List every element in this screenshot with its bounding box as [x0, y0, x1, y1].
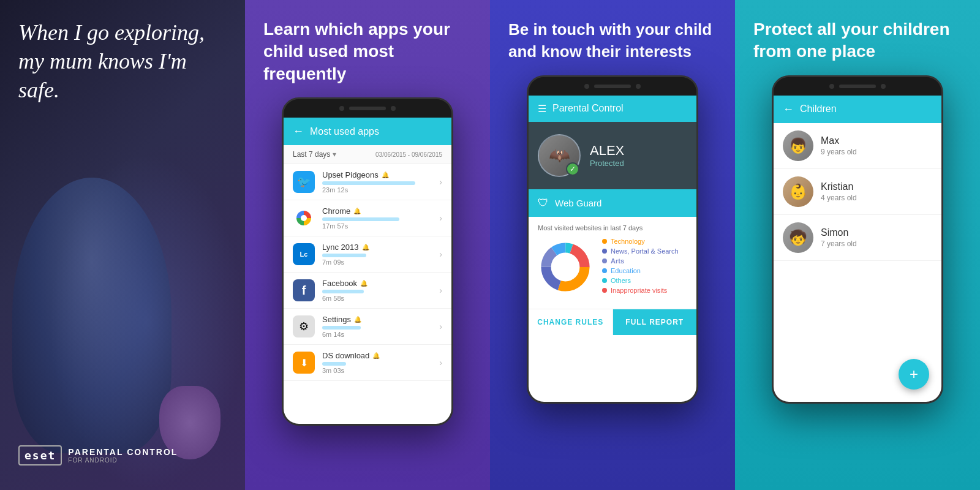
app-bar-4	[322, 290, 364, 293]
phone-top-bar-2	[284, 99, 451, 118]
phone-speaker-2	[349, 107, 386, 110]
legend-dot-0	[602, 239, 607, 244]
legend-item-5: Inappropriate visits	[602, 287, 687, 294]
app-time-6: 3m 03s	[322, 367, 432, 374]
phone-4-wrapper: ← Children 👦 Max 9 years old �	[772, 75, 943, 490]
app-info-2: Chrome 🔔 17m 57s	[322, 206, 432, 230]
pc-actions: CHANGE RULES FULL REPORT	[529, 309, 696, 335]
pc-header-title: Parental Control	[552, 103, 624, 114]
filter-label[interactable]: Last 7 days ▾	[293, 150, 336, 159]
panel-1: When I go exploring, my mum knows I'm sa…	[0, 0, 245, 490]
pc-stats-label: Most visited websites in last 7 days	[538, 224, 687, 232]
shield-icon: 🛡	[538, 197, 549, 209]
app-bar-container-2	[322, 217, 432, 221]
phone-camera-4	[829, 84, 834, 89]
chevron-icon-5: ›	[439, 322, 442, 331]
panel-4: Protect all your children from one place…	[735, 0, 980, 490]
notification-icon-4: 🔔	[360, 280, 368, 287]
legend-dot-4	[602, 278, 607, 283]
chrome-inner	[301, 215, 307, 221]
notification-icon-2: 🔔	[353, 208, 361, 214]
list-item[interactable]: ⚙ Settings 🔔 6m 14s ›	[284, 309, 451, 345]
child-info-kristian: Kristian 4 years old	[821, 181, 932, 202]
full-report-button[interactable]: FULL REPORT	[613, 309, 697, 335]
legend-label-3: Education	[611, 267, 641, 274]
eset-brand-sub: FOR ANDROID	[68, 457, 178, 464]
list-item[interactable]: Chrome 🔔 17m 57s ›	[284, 200, 451, 236]
panel3-headline: Be in touch with your child and know the…	[490, 0, 735, 75]
phone-camera-2b	[391, 106, 396, 111]
pc-profile-info: ALEX Protected	[590, 143, 624, 168]
app-name-3: Lync 2013 🔔	[322, 243, 432, 252]
app-header-2: ← Most used apps	[284, 118, 451, 145]
child-name-kristian: Kristian	[821, 181, 932, 192]
app-bar-container-3	[322, 254, 432, 257]
phone-2-wrapper: ← Most used apps Last 7 days ▾ 03/06/201…	[282, 97, 453, 490]
phone-speaker-4	[839, 85, 876, 88]
notification-icon-6: 🔔	[372, 352, 380, 359]
pc-profile-name: ALEX	[590, 143, 624, 159]
phone-screen-4: ← Children 👦 Max 9 years old �	[774, 96, 941, 402]
eset-logo: eset PARENTAL CONTROL FOR ANDROID	[18, 445, 227, 466]
pc-header: ☰ Parental Control	[529, 96, 696, 122]
eset-badge: eset	[18, 445, 62, 466]
panel-2: Learn which apps your child used most fr…	[245, 0, 490, 490]
child-info-max: Max 9 years old	[821, 135, 932, 156]
phone-camera-4b	[881, 84, 886, 89]
back-arrow-4[interactable]: ←	[783, 103, 794, 116]
most-used-apps-title: Most used apps	[310, 126, 379, 137]
chevron-icon-2: ›	[439, 213, 442, 223]
add-child-fab[interactable]: +	[899, 359, 929, 390]
legend-item-1: News, Portal & Search	[602, 247, 687, 255]
chevron-icon-3: ›	[439, 249, 442, 259]
app-time-3: 7m 09s	[322, 258, 432, 266]
pc-profile-status: Protected	[590, 159, 624, 168]
chart-legend: Technology News, Portal & Search Arts	[602, 238, 687, 296]
app-bar-container-1	[322, 181, 432, 185]
phone-speaker-3	[594, 85, 631, 88]
protected-badge: ✓	[566, 162, 579, 176]
app-info-6: DS download 🔔 3m 03s	[322, 351, 432, 374]
phone-camera-3b	[636, 84, 641, 89]
child-avatar-kristian: 👶	[783, 176, 813, 207]
notification-icon-1: 🔔	[382, 172, 389, 178]
change-rules-button[interactable]: CHANGE RULES	[529, 309, 613, 335]
list-item[interactable]: 🐦 Upset Pidgeons 🔔 23m 12s ›	[284, 164, 451, 200]
child-item-simon[interactable]: 🧒 Simon 7 years old	[774, 215, 941, 261]
children-header: ← Children	[774, 96, 941, 123]
app-bar-container-6	[322, 362, 432, 366]
app-icon-twitter: 🐦	[293, 171, 315, 193]
notification-icon-5: 🔔	[354, 316, 361, 323]
list-item[interactable]: f Facebook 🔔 6m 58s ›	[284, 273, 451, 309]
app-time-1: 23m 12s	[322, 186, 432, 194]
app-info-3: Lync 2013 🔔 7m 09s	[322, 243, 432, 266]
child-age-max: 9 years old	[821, 148, 932, 156]
app-bar-3	[322, 254, 366, 257]
filter-date: 03/06/2015 - 09/06/2015	[375, 151, 442, 158]
phone-camera-2	[339, 106, 344, 111]
legend-label-4: Others	[611, 277, 631, 284]
list-item[interactable]: Lc Lync 2013 🔔 7m 09s ›	[284, 236, 451, 273]
app-name-4: Facebook 🔔	[322, 279, 432, 288]
dropdown-icon: ▾	[333, 150, 336, 159]
phone-frame-4: ← Children 👦 Max 9 years old �	[772, 75, 943, 404]
chevron-icon-1: ›	[439, 177, 442, 187]
phone-camera-3	[584, 84, 589, 89]
child-info-simon: Simon 7 years old	[821, 227, 932, 248]
app-filter-row[interactable]: Last 7 days ▾ 03/06/2015 - 09/06/2015	[284, 145, 451, 164]
app-bar-6	[322, 362, 346, 366]
child-age-kristian: 4 years old	[821, 194, 932, 202]
legend-label-2: Arts	[611, 257, 624, 265]
legend-dot-1	[602, 249, 607, 254]
menu-icon[interactable]: ☰	[538, 103, 546, 115]
pc-stats-section: Most visited websites in last 7 days	[529, 217, 696, 304]
chevron-icon-6: ›	[439, 358, 442, 368]
list-item[interactable]: ⬇ DS download 🔔 3m 03s ›	[284, 345, 451, 381]
legend-item-0: Technology	[602, 238, 687, 245]
child-item-max[interactable]: 👦 Max 9 years old	[774, 123, 941, 169]
child-item-kristian[interactable]: 👶 Kristian 4 years old	[774, 169, 941, 215]
phone-top-bar-4	[774, 77, 941, 96]
pc-chart-row: Technology News, Portal & Search Arts	[538, 238, 687, 296]
app-name-2: Chrome 🔔	[322, 206, 432, 216]
back-arrow-2[interactable]: ←	[293, 125, 304, 138]
